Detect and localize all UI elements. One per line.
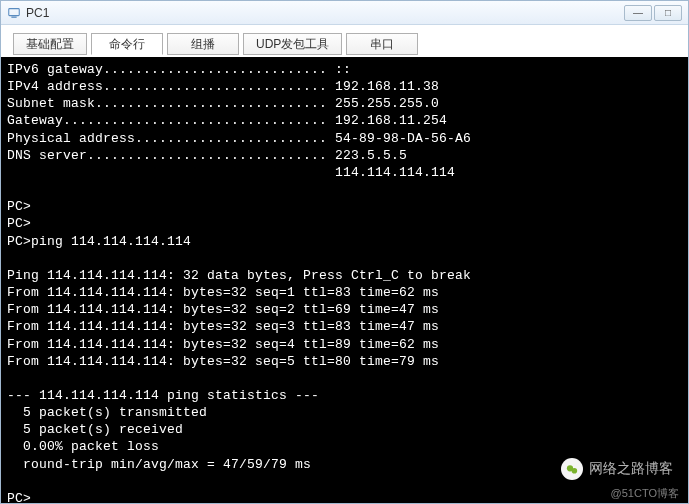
svg-rect-1 — [11, 16, 16, 17]
watermark: 网络之路博客 — [561, 458, 673, 480]
prompt: PC> — [7, 491, 31, 503]
ping-stats-loss: 0.00% packet loss — [7, 439, 159, 454]
minimize-button[interactable]: — — [624, 5, 652, 21]
netinfo-physical-address: Physical address........................… — [7, 131, 471, 146]
copyright-text: @51CTO博客 — [611, 486, 679, 501]
window-controls: — □ — [624, 5, 682, 21]
ping-stats-rx: 5 packet(s) received — [7, 422, 183, 437]
svg-point-3 — [571, 467, 577, 473]
window-title: PC1 — [26, 6, 624, 20]
tab-basic-config[interactable]: 基础配置 — [13, 33, 87, 55]
terminal-output[interactable]: IPv6 gateway............................… — [1, 57, 688, 503]
tab-multicast[interactable]: 组播 — [167, 33, 239, 55]
prompt: PC> — [7, 199, 31, 214]
ping-reply: From 114.114.114.114: bytes=32 seq=5 ttl… — [7, 354, 439, 369]
tab-udp-tool[interactable]: UDP发包工具 — [243, 33, 342, 55]
ping-stats-tx: 5 packet(s) transmitted — [7, 405, 207, 420]
ping-stats-rtt: round-trip min/avg/max = 47/59/79 ms — [7, 457, 311, 472]
ping-reply: From 114.114.114.114: bytes=32 seq=4 ttl… — [7, 337, 439, 352]
app-icon — [7, 6, 21, 20]
command-line: PC>ping 114.114.114.114 — [7, 234, 191, 249]
app-window: PC1 — □ 基础配置 命令行 组播 UDP发包工具 串口 IPv6 gate… — [0, 0, 689, 504]
ping-reply: From 114.114.114.114: bytes=32 seq=1 ttl… — [7, 285, 439, 300]
netinfo-dns-server-2: 114.114.114.114 — [7, 165, 455, 180]
watermark-text: 网络之路博客 — [589, 460, 673, 478]
prompt: PC> — [7, 216, 31, 231]
ping-stats-header: --- 114.114.114.114 ping statistics --- — [7, 388, 319, 403]
netinfo-subnet-mask: Subnet mask.............................… — [7, 96, 439, 111]
netinfo-dns-server: DNS server..............................… — [7, 148, 407, 163]
netinfo-ipv6-gateway: IPv6 gateway............................… — [7, 62, 351, 77]
tab-serial[interactable]: 串口 — [346, 33, 418, 55]
ping-reply: From 114.114.114.114: bytes=32 seq=2 ttl… — [7, 302, 439, 317]
tab-command-line[interactable]: 命令行 — [91, 33, 163, 55]
wechat-icon — [561, 458, 583, 480]
titlebar: PC1 — □ — [1, 1, 688, 25]
netinfo-ipv4-address: IPv4 address............................… — [7, 79, 439, 94]
ping-reply: From 114.114.114.114: bytes=32 seq=3 ttl… — [7, 319, 439, 334]
ping-header: Ping 114.114.114.114: 32 data bytes, Pre… — [7, 268, 471, 283]
maximize-button[interactable]: □ — [654, 5, 682, 21]
svg-rect-0 — [9, 8, 20, 15]
netinfo-gateway: Gateway.................................… — [7, 113, 447, 128]
tab-bar: 基础配置 命令行 组播 UDP发包工具 串口 — [1, 25, 688, 57]
